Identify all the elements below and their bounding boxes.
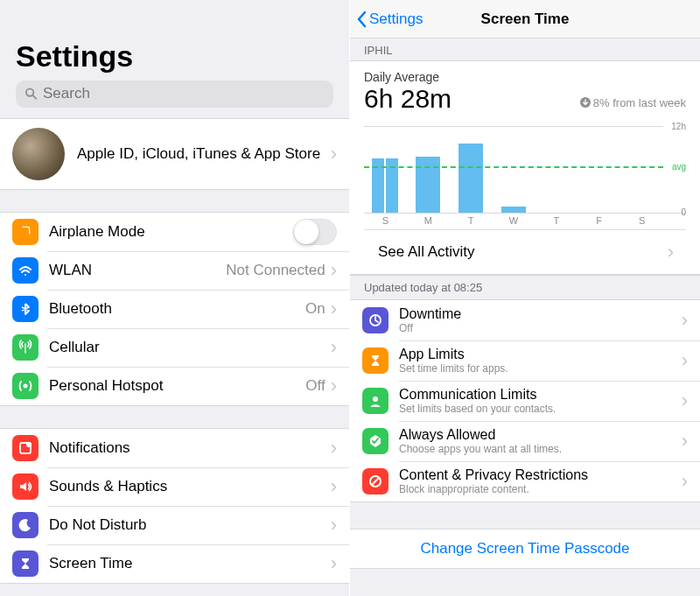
bar-slot-S bbox=[364, 126, 407, 213]
svg-line-9 bbox=[372, 478, 379, 485]
screentime-app-limits[interactable]: App LimitsSet time limits for apps.› bbox=[350, 340, 700, 381]
setting-cellular[interactable]: Cellular› bbox=[0, 328, 349, 367]
svg-point-2 bbox=[24, 383, 28, 388]
check-icon bbox=[362, 428, 388, 454]
bar-slot-T bbox=[535, 126, 578, 213]
notify-icon bbox=[12, 435, 38, 461]
navbar: Settings Screen Time bbox=[350, 0, 700, 39]
change-passcode-button[interactable]: Change Screen Time Passcode bbox=[350, 529, 700, 569]
settings-pane: Settings Apple ID, iCloud, iTunes & App … bbox=[0, 0, 350, 596]
chevron-icon: › bbox=[682, 389, 688, 412]
x-label: F bbox=[578, 215, 620, 226]
hotspot-icon bbox=[12, 373, 38, 399]
row-title: Downtime bbox=[399, 306, 682, 322]
toggle-switch[interactable] bbox=[293, 219, 337, 245]
back-button[interactable]: Settings bbox=[350, 11, 423, 28]
bluetooth-icon bbox=[12, 296, 38, 322]
avatar bbox=[12, 128, 65, 180]
screentime-always-allowed[interactable]: Always AllowedChoose apps you want at al… bbox=[350, 421, 700, 461]
daily-average-label: Daily Average bbox=[364, 70, 686, 84]
setting-personal-hotspot[interactable]: Personal HotspotOff› bbox=[0, 367, 349, 405]
chevron-icon: › bbox=[331, 143, 337, 165]
setting-sounds-haptics[interactable]: Sounds & Haptics› bbox=[0, 467, 349, 506]
screentime-downtime[interactable]: DowntimeOff› bbox=[350, 300, 700, 340]
setting-wlan[interactable]: WLANNot Connected› bbox=[0, 251, 349, 290]
page-title: Settings bbox=[0, 0, 349, 81]
chevron-left-icon bbox=[355, 11, 368, 28]
setting-airplane-mode[interactable]: Airplane Mode bbox=[0, 213, 349, 251]
row-label: Do Not Disturb bbox=[49, 516, 331, 534]
apple-id-sub: Apple ID, iCloud, iTunes & App Store bbox=[77, 145, 331, 163]
screentime-content-privacy-restrictions[interactable]: Content & Privacy RestrictionsBlock inap… bbox=[350, 461, 700, 501]
y-axis-bot: 0 bbox=[681, 207, 686, 217]
chevron-icon: › bbox=[331, 336, 337, 359]
x-label: T bbox=[535, 215, 578, 226]
hourglass-icon bbox=[362, 347, 388, 374]
svg-line-1 bbox=[33, 96, 36, 99]
x-label: T bbox=[450, 215, 493, 226]
row-label: Notifications bbox=[49, 439, 331, 457]
bar-slot-T bbox=[450, 126, 493, 213]
antenna-icon bbox=[12, 334, 38, 361]
chevron-icon: › bbox=[331, 514, 337, 536]
search-field[interactable] bbox=[16, 81, 333, 108]
x-label: W bbox=[493, 215, 536, 226]
nope-icon bbox=[362, 468, 388, 494]
chevron-icon: › bbox=[331, 259, 337, 282]
chevron-icon: › bbox=[682, 430, 688, 452]
chevron-icon: › bbox=[331, 437, 337, 459]
x-label: S bbox=[620, 215, 663, 226]
setting-bluetooth[interactable]: BluetoothOn› bbox=[0, 290, 349, 328]
chevron-icon: › bbox=[668, 241, 674, 263]
row-subtitle: Set limits based on your contacts. bbox=[399, 403, 682, 415]
row-subtitle: Set time limits for apps. bbox=[399, 362, 682, 375]
x-label: S bbox=[364, 215, 407, 226]
screentime-communication-limits[interactable]: Communication LimitsSet limits based on … bbox=[350, 381, 700, 421]
setting-notifications[interactable]: Notifications› bbox=[0, 429, 349, 467]
see-all-activity[interactable]: See All Activity › bbox=[364, 229, 686, 274]
bar-slot-M bbox=[407, 126, 450, 213]
row-detail: Not Connected bbox=[226, 262, 325, 279]
usage-chart: 12h 0 avg bbox=[364, 126, 686, 214]
change-from-last-week: 8% from last week bbox=[580, 96, 686, 109]
x-label: M bbox=[407, 215, 450, 226]
updated-text: Updated today at 08:25 bbox=[350, 275, 700, 300]
search-input[interactable] bbox=[43, 85, 325, 102]
row-subtitle: Off bbox=[399, 322, 682, 334]
svg-point-7 bbox=[373, 396, 378, 402]
row-label: Cellular bbox=[49, 339, 331, 356]
row-title: Content & Privacy Restrictions bbox=[399, 467, 682, 483]
bar bbox=[501, 207, 526, 213]
chevron-icon: › bbox=[331, 552, 337, 575]
y-axis-top: 12h bbox=[671, 122, 686, 131]
device-header: IPHIL bbox=[350, 39, 700, 60]
chevron-icon: › bbox=[682, 349, 688, 372]
row-label: Personal Hotspot bbox=[49, 377, 305, 395]
apple-id-row[interactable]: Apple ID, iCloud, iTunes & App Store › bbox=[0, 119, 349, 189]
row-label: Sounds & Haptics bbox=[49, 478, 331, 495]
svg-point-4 bbox=[26, 442, 32, 447]
bar-slot-W bbox=[493, 126, 536, 213]
row-label: Screen Time bbox=[49, 555, 331, 572]
bar-slot-F bbox=[578, 126, 620, 213]
screentime-pane: Settings Screen Time IPHIL Daily Average… bbox=[350, 0, 700, 596]
search-icon bbox=[24, 87, 38, 101]
svg-point-0 bbox=[26, 89, 33, 96]
chevron-icon: › bbox=[331, 475, 337, 498]
setting-screen-time[interactable]: Screen Time› bbox=[0, 544, 349, 583]
row-title: App Limits bbox=[399, 347, 682, 362]
row-title: Always Allowed bbox=[399, 427, 682, 443]
setting-do-not-disturb[interactable]: Do Not Disturb› bbox=[0, 506, 349, 544]
row-subtitle: Block inappropriate content. bbox=[399, 483, 682, 495]
chevron-icon: › bbox=[331, 298, 337, 320]
row-title: Communication Limits bbox=[399, 387, 682, 403]
row-label: WLAN bbox=[49, 262, 226, 279]
hourglass-icon bbox=[12, 550, 38, 577]
airplane-icon bbox=[12, 219, 38, 245]
bar bbox=[458, 144, 483, 213]
people-icon bbox=[362, 388, 388, 414]
chevron-icon: › bbox=[682, 470, 688, 493]
bar-slot-S bbox=[620, 126, 663, 213]
wifi-icon bbox=[12, 257, 38, 284]
daily-average-block: Daily Average 6h 28m 8% from last week 1… bbox=[350, 60, 700, 275]
